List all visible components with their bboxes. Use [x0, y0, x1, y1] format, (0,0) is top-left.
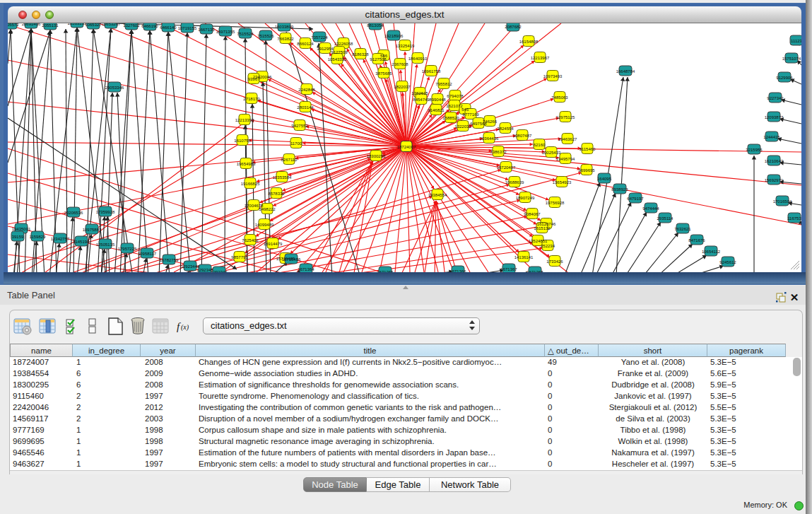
- svg-text:39159: 39159: [12, 235, 24, 239]
- svg-text:9699695: 9699695: [578, 168, 595, 173]
- svg-text:15751074: 15751074: [782, 57, 801, 61]
- svg-text:62160: 62160: [534, 143, 546, 147]
- svg-text:17016504: 17016504: [773, 199, 792, 204]
- svg-text:7632621: 7632621: [674, 227, 691, 231]
- svg-text:18907249: 18907249: [516, 196, 535, 200]
- svg-text:2055131: 2055131: [42, 23, 59, 28]
- svg-text:1733426: 1733426: [546, 259, 563, 264]
- svg-text:10719155: 10719155: [178, 26, 197, 30]
- svg-text:6794078: 6794078: [447, 94, 464, 98]
- svg-text:116753: 116753: [787, 216, 801, 221]
- svg-text:252234: 252234: [541, 244, 555, 248]
- svg-text:18300295: 18300295: [367, 154, 386, 158]
- svg-text:9127508: 9127508: [370, 57, 387, 62]
- svg-text:1610755: 1610755: [234, 139, 251, 143]
- svg-text:16961758: 16961758: [422, 69, 441, 74]
- svg-text:10807487: 10807487: [513, 134, 532, 138]
- svg-text:16033809: 16033809: [275, 25, 294, 29]
- svg-text:12342757: 12342757: [51, 237, 70, 241]
- svg-text:8267110: 8267110: [281, 158, 298, 162]
- svg-text:10654112: 10654112: [702, 250, 721, 254]
- svg-text:16648784: 16648784: [616, 69, 635, 74]
- svg-text:7485063: 7485063: [551, 95, 568, 100]
- svg-text:6466140: 6466140: [160, 25, 177, 30]
- svg-text:19218906: 19218906: [384, 34, 404, 38]
- svg-text:12213967: 12213967: [531, 56, 550, 60]
- svg-text:9127509: 9127509: [331, 50, 348, 54]
- svg-text:9146821: 9146821: [428, 108, 445, 112]
- svg-text:13495794: 13495794: [556, 157, 575, 161]
- svg-text:14099489: 14099489: [255, 223, 274, 227]
- svg-text:3215955: 3215955: [746, 148, 763, 152]
- svg-text:18724007: 18724007: [397, 145, 416, 149]
- svg-text:✕: ✕: [790, 292, 799, 303]
- svg-text:1327602: 1327602: [123, 23, 140, 28]
- svg-text:16782759: 16782759: [160, 258, 179, 262]
- svg-text:29053346: 29053346: [105, 86, 124, 90]
- svg-text:8660124: 8660124: [297, 42, 314, 46]
- svg-text:545: 545: [461, 107, 469, 112]
- svg-text:12093877: 12093877: [765, 115, 784, 119]
- svg-text:7515526: 7515526: [257, 34, 274, 38]
- svg-text:1588520: 1588520: [442, 116, 459, 120]
- svg-text:2718170: 2718170: [243, 97, 260, 101]
- svg-text:6466190: 6466190: [141, 24, 158, 28]
- svg-text:1145194: 1145194: [73, 240, 90, 244]
- svg-text:7625402: 7625402: [242, 238, 259, 243]
- svg-text:1621072: 1621072: [446, 104, 463, 108]
- svg-text:10973493: 10973493: [543, 74, 563, 78]
- svg-text:8813054: 8813054: [367, 23, 384, 28]
- svg-text:1322031: 1322031: [454, 124, 471, 129]
- svg-text:164095: 164095: [597, 177, 612, 181]
- svg-text:15716486: 15716486: [282, 257, 301, 262]
- svg-text:11123: 11123: [791, 39, 801, 43]
- svg-text:9129906: 9129906: [776, 76, 793, 80]
- svg-text:7663822: 7663822: [277, 37, 294, 41]
- svg-text:16914479: 16914479: [264, 242, 283, 246]
- svg-text:8578332: 8578332: [268, 192, 285, 196]
- svg-text:1065327: 1065327: [85, 23, 102, 27]
- svg-text:20206536: 20206536: [64, 211, 83, 215]
- svg-text:10543332: 10543332: [328, 57, 347, 62]
- svg-text:10025433: 10025433: [542, 151, 561, 155]
- svg-text:1362615: 1362615: [411, 91, 428, 95]
- svg-text:16971355: 16971355: [216, 30, 235, 34]
- svg-text:1615132: 1615132: [534, 226, 551, 230]
- svg-text:17359928: 17359928: [96, 210, 115, 214]
- svg-text:12505135: 12505135: [96, 243, 115, 247]
- svg-text:1671367: 1671367: [500, 267, 517, 271]
- svg-text:7515524: 7515524: [237, 32, 254, 36]
- svg-text:7955812: 7955812: [435, 82, 452, 86]
- svg-text:19435001: 19435001: [12, 227, 31, 231]
- svg-text:7357224: 7357224: [311, 35, 328, 40]
- svg-text:2087682: 2087682: [505, 25, 522, 29]
- svg-text:13654923: 13654923: [553, 180, 572, 185]
- svg-text:9427552: 9427552: [291, 124, 308, 128]
- svg-text:9857791: 9857791: [231, 255, 248, 259]
- svg-text:12213393: 12213393: [235, 118, 254, 122]
- svg-text:1822037: 1822037: [394, 85, 411, 89]
- svg-text:14136141: 14136141: [514, 255, 534, 259]
- svg-text:8938923: 8938923: [611, 187, 628, 192]
- svg-text:7386372: 7386372: [490, 150, 507, 154]
- svg-text:2803144: 2803144: [297, 105, 314, 110]
- svg-text:9777169: 9777169: [462, 112, 479, 117]
- svg-text:2935114: 2935114: [657, 216, 674, 221]
- svg-text:13226058: 13226058: [334, 42, 353, 46]
- svg-text:1159829: 1159829: [30, 235, 47, 239]
- svg-text:6479197: 6479197: [627, 197, 644, 201]
- svg-text:10688639: 10688639: [505, 180, 524, 185]
- svg-text:20691406: 20691406: [22, 23, 41, 26]
- svg-text:19166825: 19166825: [241, 182, 260, 186]
- svg-text:9227342: 9227342: [767, 96, 784, 100]
- svg-text:2242848: 2242848: [298, 88, 315, 92]
- svg-text:10653267: 10653267: [102, 23, 121, 26]
- svg-text:16210643: 16210643: [765, 159, 784, 163]
- svg-text:19756928: 19756928: [546, 201, 565, 205]
- svg-text:2367608: 2367608: [392, 62, 408, 66]
- svg-text:8454749: 8454749: [413, 98, 430, 102]
- svg-text:8990448: 8990448: [429, 98, 446, 102]
- svg-text:12353584: 12353584: [273, 175, 292, 180]
- svg-text:1671364: 1671364: [298, 267, 314, 271]
- svg-text:13524851: 13524851: [529, 239, 548, 243]
